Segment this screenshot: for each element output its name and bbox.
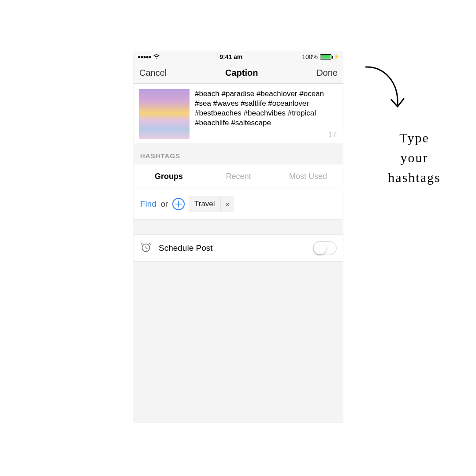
group-chip-travel: Travel × <box>189 196 234 212</box>
chip-remove-button[interactable]: × <box>220 197 234 212</box>
wifi-icon <box>153 53 160 60</box>
page-title: Caption <box>225 68 258 78</box>
schedule-post-label: Schedule Post <box>159 243 306 253</box>
tab-recent[interactable]: Recent <box>204 164 273 189</box>
status-time: 9:41 am <box>219 53 242 60</box>
alarm-clock-icon <box>140 242 152 255</box>
toggle-knob <box>314 242 326 254</box>
battery-percent: 100% <box>302 53 318 60</box>
status-bar: ●●●●● 9:41 am 100% ⚡ <box>134 51 343 63</box>
status-right: 100% ⚡ <box>302 53 339 60</box>
battery-icon <box>320 54 331 60</box>
signal-dots-icon: ●●●●● <box>138 54 151 60</box>
arrow-icon <box>361 62 410 115</box>
tab-groups[interactable]: Groups <box>134 164 204 189</box>
post-thumbnail[interactable] <box>139 89 190 139</box>
hashtag-tabs: Groups Recent Most Used <box>134 164 343 189</box>
hashtags-section-header: HASHTAGS <box>134 143 343 164</box>
section-gap <box>134 219 343 234</box>
empty-area <box>134 262 343 423</box>
cancel-button[interactable]: Cancel <box>139 68 167 78</box>
find-row: Find or Travel × <box>134 189 343 219</box>
schedule-toggle[interactable] <box>313 241 337 255</box>
add-group-button[interactable] <box>172 198 185 210</box>
phone-frame: ●●●●● 9:41 am 100% ⚡ Cancel Caption Done… <box>134 51 343 423</box>
plus-icon <box>175 201 182 208</box>
nav-bar: Cancel Caption Done <box>134 63 343 84</box>
annotation: Type your hashtags <box>361 62 467 187</box>
annotation-text: Type your hashtags <box>361 128 467 187</box>
done-button[interactable]: Done <box>316 68 338 78</box>
schedule-row: Schedule Post <box>134 234 343 262</box>
caption-count: 17 <box>328 130 337 139</box>
chip-label[interactable]: Travel <box>189 196 220 212</box>
or-label: or <box>161 200 168 209</box>
charging-icon: ⚡ <box>333 54 339 60</box>
caption-input[interactable]: #beach #paradise #beachlover #ocean #sea… <box>195 89 338 128</box>
tab-most-used[interactable]: Most Used <box>273 164 343 189</box>
caption-area: #beach #paradise #beachlover #ocean #sea… <box>134 84 343 143</box>
status-left: ●●●●● <box>138 53 160 60</box>
find-link[interactable]: Find <box>140 199 156 209</box>
